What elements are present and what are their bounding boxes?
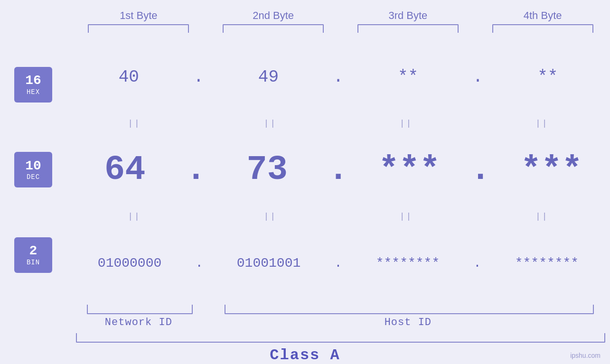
dec-byte-4: ***: [521, 150, 582, 189]
bin-byte-4: ********: [515, 256, 579, 271]
pipe-1-4: ||: [535, 119, 549, 128]
header-row: 1st Byte 2nd Byte 3rd Byte 4th Byte: [0, 9, 610, 22]
top-brackets: [0, 24, 610, 33]
data-rows: 40 . 49 . ** . ** || || || ||: [66, 37, 610, 302]
byte-label-1: 1st Byte: [71, 9, 206, 22]
pipe-2-4: ||: [535, 212, 549, 221]
bin-dot-1: .: [195, 256, 203, 271]
network-id-label: Network ID: [71, 317, 206, 328]
hex-byte-1: 40: [114, 67, 143, 87]
byte-label-4: 4th Byte: [475, 9, 610, 22]
pipe-1-3: ||: [400, 119, 413, 128]
hex-dot-3: .: [473, 67, 483, 87]
hex-byte-2: 49: [254, 67, 282, 87]
bin-row: 01000000 . 01001001 . ******** . *******…: [66, 224, 610, 302]
pipe-2-2: ||: [264, 212, 277, 221]
label-column: 16 HEX 10 DEC 2 BIN: [0, 37, 66, 302]
pipe-2-3: ||: [400, 212, 413, 221]
dec-dot-3: .: [470, 150, 490, 189]
bin-number: 2: [29, 244, 38, 259]
pipe-2-1: ||: [128, 212, 141, 221]
dec-dot-1: .: [186, 150, 206, 189]
bin-byte-3: ********: [376, 256, 440, 271]
bin-badge: 2 BIN: [14, 237, 52, 273]
byte-label-3: 3rd Byte: [341, 9, 476, 22]
pipe-row-1: || || || ||: [66, 116, 610, 131]
pipe-row-2: || || || ||: [66, 209, 610, 224]
hex-byte-4: **: [534, 67, 562, 87]
hex-label: HEX: [27, 88, 40, 96]
dec-dot-2: .: [328, 150, 348, 189]
hex-row: 40 . 49 . ** . **: [66, 37, 610, 116]
host-id-label: Host ID: [206, 317, 610, 328]
bin-dot-2: .: [334, 256, 342, 271]
hex-number: 16: [25, 74, 41, 88]
content-area: 16 HEX 10 DEC 2 BIN 40 . 49: [0, 37, 610, 302]
hex-dot-2: .: [333, 67, 344, 87]
watermark: ipshu.com: [570, 352, 601, 359]
dec-number: 10: [25, 159, 41, 174]
dec-badge: 10 DEC: [14, 152, 52, 187]
hex-byte-3: **: [394, 67, 422, 87]
pipe-1-1: ||: [128, 119, 141, 128]
bin-label: BIN: [27, 259, 40, 266]
hex-badge: 16 HEX: [14, 67, 52, 103]
dec-byte-3: ***: [378, 150, 440, 189]
main-container: 1st Byte 2nd Byte 3rd Byte 4th Byte 16 H…: [0, 0, 610, 364]
id-label-row: Network ID Host ID: [0, 317, 610, 328]
bin-dot-3: .: [473, 256, 481, 271]
pipe-1-2: ||: [264, 119, 277, 128]
class-label: Class A: [0, 346, 610, 364]
dec-byte-2: 73: [247, 150, 288, 189]
byte-label-2: 2nd Byte: [206, 9, 341, 22]
bottom-bracket-row: [0, 305, 610, 314]
hex-dot-1: .: [194, 67, 204, 87]
big-bracket-row: [0, 333, 610, 343]
dec-byte-1: 64: [104, 150, 145, 189]
bin-byte-1: 01000000: [98, 256, 161, 271]
bin-byte-2: 01001001: [237, 256, 300, 271]
dec-row: 64 . 73 . *** . ***: [66, 131, 610, 209]
dec-label: DEC: [27, 173, 40, 181]
